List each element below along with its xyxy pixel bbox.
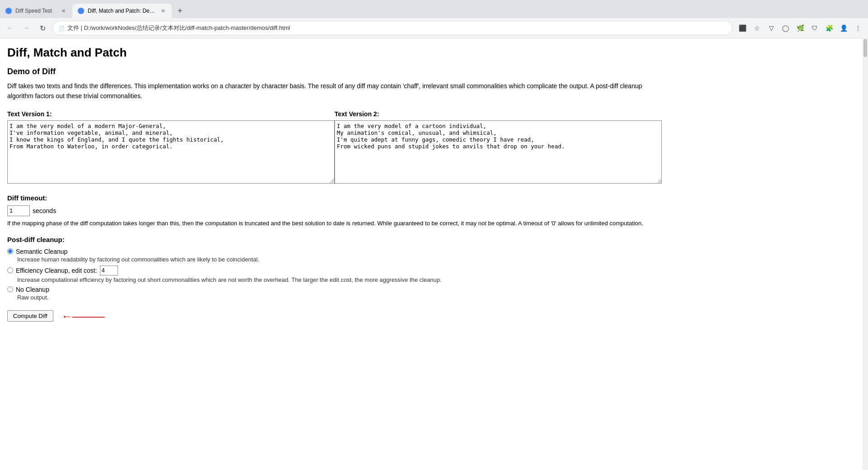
radio-efficiency[interactable] — [7, 267, 13, 273]
bookmark-icon[interactable]: ☆ — [750, 22, 763, 34]
radio-efficiency-desc: Increase computational efficiency by fac… — [17, 276, 662, 283]
url-text: 文件 | D:/work/workNodes/总结记录/文本对比/diff-ma… — [67, 24, 726, 32]
radio-nocleanup-row: No Cleanup — [7, 286, 662, 293]
url-bar[interactable]: 📄 文件 | D:/work/workNodes/总结记录/文本对比/diff-… — [52, 21, 732, 35]
tab-diff-speed-test[interactable]: Diff Speed Test ✕ — [0, 4, 72, 18]
reload-button[interactable]: ↻ — [36, 22, 49, 34]
new-tab-button[interactable]: + — [174, 5, 186, 17]
radio-nocleanup-label[interactable]: No Cleanup — [16, 286, 49, 293]
page-content: Diff, Match and Patch Demo of Diff Diff … — [0, 38, 669, 341]
radio-nocleanup-desc: Raw output. — [17, 294, 662, 301]
page-title: Diff, Match and Patch — [7, 46, 662, 60]
browser-chrome: Diff Speed Test ✕ Diff, Match and Patch:… — [0, 0, 868, 38]
text2-container: Text Version 2: — [335, 110, 662, 185]
toolbar-icons: ⬛ ☆ ▽ ◯ 🌿 🛡 🧩 👤 ⋮ — [736, 22, 864, 34]
radio-semantic-desc: Increase human readability by factoring … — [17, 256, 662, 263]
address-bar: ← → ↻ 📄 文件 | D:/work/workNodes/总结记录/文本对比… — [0, 18, 868, 38]
scrollbar-thumb[interactable] — [863, 39, 867, 57]
screenshot-icon[interactable]: ⬛ — [736, 22, 749, 34]
tab-label-1: Diff Speed Test — [15, 8, 56, 14]
timeout-desc: If the mapping phase of the diff computa… — [7, 219, 662, 228]
tab-favicon-2 — [78, 8, 84, 14]
radio-nocleanup[interactable] — [7, 286, 13, 292]
text2-label: Text Version 2: — [335, 110, 662, 118]
account-icon[interactable]: 👤 — [837, 22, 850, 34]
forward-button[interactable]: → — [20, 22, 33, 34]
timeout-label: Diff timeout: — [7, 194, 662, 202]
tab-close-1[interactable]: ✕ — [60, 7, 67, 14]
radio-semantic-item: Semantic Cleanup Increase human readabil… — [7, 248, 662, 263]
radio-nocleanup-item: No Cleanup Raw output. — [7, 286, 662, 301]
radio-semantic-row: Semantic Cleanup — [7, 248, 662, 255]
radio-efficiency-item: Efficiency Cleanup, edit cost: Increase … — [7, 266, 662, 283]
url-path: D:/work/workNodes/总结记录/文本对比/diff-match-p… — [84, 24, 290, 31]
cleanup-section: Post-diff cleanup: Semantic Cleanup Incr… — [7, 236, 662, 301]
radio-efficiency-label: Efficiency Cleanup, edit cost: — [16, 267, 97, 274]
filter-icon[interactable]: ▽ — [765, 22, 778, 34]
edit-cost-input[interactable] — [100, 266, 118, 275]
compute-area: Compute Diff ←――― — [7, 310, 105, 323]
tab-favicon-1 — [5, 8, 12, 14]
text2-input[interactable] — [335, 120, 662, 184]
back-button[interactable]: ← — [4, 22, 16, 34]
cleanup-label: Post-diff cleanup: — [7, 236, 662, 243]
tab-bar: Diff Speed Test ✕ Diff, Match and Patch:… — [0, 0, 868, 18]
text1-container: Text Version 1: — [7, 110, 335, 185]
timeout-input[interactable] — [7, 205, 30, 216]
timeout-section: Diff timeout: seconds If the mapping pha… — [7, 194, 662, 228]
tab-label-2: Diff, Match and Patch: Demo … — [88, 8, 156, 14]
puzzle-icon[interactable]: 🧩 — [823, 22, 835, 34]
tab-close-2[interactable]: ✕ — [159, 7, 166, 14]
red-arrow-icon: ←――― — [61, 310, 105, 323]
url-file-icon: 📄 — [58, 25, 65, 31]
demo-title: Demo of Diff — [7, 67, 662, 76]
text1-input[interactable] — [7, 120, 335, 184]
menu-icon[interactable]: ⋮ — [852, 22, 864, 34]
text-areas-section: Text Version 1: Text Version 2: — [7, 110, 662, 185]
radio-efficiency-row: Efficiency Cleanup, edit cost: — [7, 266, 662, 275]
page-description: Diff takes two texts and finds the diffe… — [7, 81, 662, 101]
scrollbar[interactable] — [863, 38, 868, 341]
timeout-row: seconds — [7, 205, 662, 216]
circle-icon[interactable]: ◯ — [779, 22, 792, 34]
leaf-icon[interactable]: 🌿 — [794, 22, 807, 34]
radio-semantic[interactable] — [7, 248, 13, 254]
timeout-unit: seconds — [33, 207, 56, 214]
compute-diff-button[interactable]: Compute Diff — [7, 310, 53, 322]
tab-diff-match-patch[interactable]: Diff, Match and Patch: Demo … ✕ — [72, 4, 172, 18]
text1-label: Text Version 1: — [7, 110, 335, 118]
radio-semantic-label[interactable]: Semantic Cleanup — [16, 248, 67, 255]
url-prefix: 文件 | — [67, 24, 82, 31]
shield-icon[interactable]: 🛡 — [808, 22, 821, 34]
